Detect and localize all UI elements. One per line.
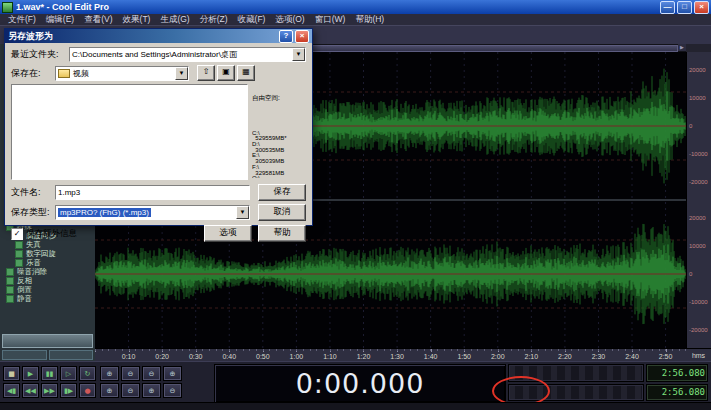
- go-to-end-button[interactable]: ▮▶: [60, 383, 77, 398]
- time-ruler-label: 0:40: [222, 353, 236, 360]
- chevron-down-icon[interactable]: ▼: [292, 48, 305, 61]
- sidebar-tab-1[interactable]: [2, 350, 47, 360]
- filetype-select[interactable]: mp3PRO? (FhG) (*.mp3) ▼: [55, 205, 250, 220]
- menu-item[interactable]: 编辑(E): [41, 14, 79, 26]
- record-button[interactable]: ●: [79, 383, 96, 398]
- time-ruler-label: 0:20: [155, 353, 169, 360]
- time-ruler-label: 2:10: [525, 353, 539, 360]
- tree-item[interactable]: 静音: [2, 294, 94, 303]
- tree-item[interactable]: 倒置: [2, 285, 94, 294]
- filename-input[interactable]: 1.mp3: [55, 185, 250, 200]
- time-ruler-label: 2:00: [491, 353, 505, 360]
- zoom-in-vertical-button[interactable]: ⊕: [100, 383, 119, 398]
- extra-info-checkbox[interactable]: ✓: [11, 228, 23, 240]
- new-folder-icon[interactable]: ▣: [217, 65, 235, 81]
- title-bar: 1.wav* - Cool Edit Pro — □ ×: [0, 0, 711, 14]
- time-ruler-label: 1:40: [424, 353, 438, 360]
- tree-item[interactable]: 反相: [2, 276, 94, 285]
- stop-button[interactable]: ■: [3, 366, 20, 381]
- time-ruler-label: 2:50: [659, 353, 673, 360]
- menu-item[interactable]: 分析(Z): [195, 14, 233, 26]
- menu-item[interactable]: 帮助(H): [350, 14, 389, 26]
- info-row: 2:56.080: [508, 384, 708, 402]
- menu-item[interactable]: 收藏(F): [233, 14, 271, 26]
- recent-folder-label: 最近文件夹:: [11, 48, 69, 61]
- recent-folder-select[interactable]: C:\Documents and Settings\Administrator\…: [69, 47, 306, 62]
- tree-item-label: 反相: [17, 276, 32, 285]
- time-ruler-label: 1:50: [457, 353, 471, 360]
- tree-item-label: 数字回旋: [26, 249, 56, 258]
- tree-item-label: 静音: [17, 294, 32, 303]
- save-button[interactable]: 保存: [258, 184, 306, 201]
- zoom-out-vertical-button[interactable]: ⊖: [121, 383, 140, 398]
- menu-item[interactable]: 效果(T): [118, 14, 156, 26]
- close-button[interactable]: ×: [694, 1, 709, 14]
- options-button[interactable]: 选项: [204, 225, 252, 242]
- chevron-down-icon[interactable]: ▼: [236, 206, 249, 219]
- save-in-value: 视频: [73, 68, 89, 79]
- loop-play-button[interactable]: ↻: [79, 366, 96, 381]
- menu-item[interactable]: 文件(F): [3, 14, 41, 26]
- amplitude-label: -10000: [689, 151, 708, 157]
- zoom-right-edge-button[interactable]: ⊖: [163, 383, 182, 398]
- save-in-select[interactable]: 视频 ▼: [55, 66, 189, 81]
- menu-item[interactable]: 生成(G): [155, 14, 194, 26]
- amplitude-label: 0: [689, 123, 692, 129]
- time-ruler[interactable]: 0:100:200:300:400:501:001:101:201:301:40…: [95, 348, 686, 362]
- save-as-dialog: 另存波形为 ? × 最近文件夹: C:\Documents and Settin…: [4, 28, 313, 226]
- transport-bar: ■▶▮▮▷↻◀▮◀◀▶▶▮▶● ⊕⊖⊖⊕⊕⊖⊕⊖ 0:00.000 2:56.0…: [0, 361, 711, 404]
- app-window: 1.wav* - Cool Edit Pro — □ × 文件(F)编辑(E)查…: [0, 0, 711, 410]
- pause-button[interactable]: ▮▮: [41, 366, 58, 381]
- zoom-out-button[interactable]: ⊖: [121, 366, 140, 381]
- menu-item[interactable]: 查看(V): [79, 14, 117, 26]
- rewind-button[interactable]: ◀◀: [22, 383, 39, 398]
- time-ruler-label: 2:30: [592, 353, 606, 360]
- go-to-start-button[interactable]: ◀▮: [3, 383, 20, 398]
- effect-icon: [6, 277, 14, 285]
- chevron-down-icon[interactable]: ▼: [175, 67, 188, 80]
- zoom-left-edge-button[interactable]: ⊕: [142, 383, 161, 398]
- tree-item[interactable]: 乐音: [2, 258, 94, 267]
- view-menu-icon[interactable]: ▦: [237, 65, 255, 81]
- effect-icon: [6, 295, 14, 303]
- amplitude-label: -10000: [689, 299, 708, 305]
- play-to-end-button[interactable]: ▷: [60, 366, 77, 381]
- up-one-level-icon[interactable]: ⇧: [197, 65, 215, 81]
- scroll-right-icon[interactable]: ▶: [678, 44, 686, 51]
- maximize-button[interactable]: □: [677, 1, 692, 14]
- menu-bar: 文件(F)编辑(E)查看(V)效果(T)生成(G)分析(Z)收藏(F)选项(O)…: [0, 14, 711, 25]
- time-ruler-label: 1:20: [357, 353, 371, 360]
- cancel-button[interactable]: 取消: [258, 204, 306, 221]
- dialog-title-bar[interactable]: 另存波形为 ? ×: [5, 29, 312, 43]
- minimize-button[interactable]: —: [660, 1, 675, 14]
- info-panel: [508, 364, 644, 382]
- dialog-help-icon[interactable]: ?: [279, 30, 293, 43]
- tree-item[interactable]: 噪音消除: [2, 267, 94, 276]
- folder-icon: [58, 69, 70, 78]
- dialog-close-icon[interactable]: ×: [295, 30, 309, 43]
- free-space-title: 自由空间:: [252, 95, 306, 101]
- amplitude-label: 10000: [689, 243, 706, 249]
- scrollbar-corner: [686, 44, 711, 52]
- zoom-in-button[interactable]: ⊕: [100, 366, 119, 381]
- zoom-selection-button[interactable]: ⊕: [163, 366, 182, 381]
- amplitude-ruler[interactable]: 20000100000-10000-2000020000100000-10000…: [686, 52, 711, 348]
- effect-icon: [15, 250, 23, 258]
- info-panel: [508, 384, 644, 402]
- help-button[interactable]: 帮助: [258, 225, 306, 242]
- time-ruler-label: 0:10: [122, 353, 136, 360]
- filetype-label: 保存类型:: [11, 206, 55, 219]
- menu-item[interactable]: 选项(O): [270, 14, 309, 26]
- menu-item[interactable]: 窗口(W): [310, 14, 351, 26]
- time-unit-label: hms: [686, 348, 711, 362]
- file-list[interactable]: [11, 84, 248, 180]
- save-in-label: 保存在:: [11, 67, 55, 80]
- fast-forward-button[interactable]: ▶▶: [41, 383, 58, 398]
- sidebar-tab-2[interactable]: [49, 350, 94, 360]
- tree-item-label: 倒置: [17, 285, 32, 294]
- zoom-full-button[interactable]: ⊖: [142, 366, 161, 381]
- tree-item[interactable]: 数字回旋: [2, 249, 94, 258]
- time-ruler-label: 0:30: [189, 353, 203, 360]
- sidebar-bottom-button[interactable]: [2, 334, 93, 348]
- play-button[interactable]: ▶: [22, 366, 39, 381]
